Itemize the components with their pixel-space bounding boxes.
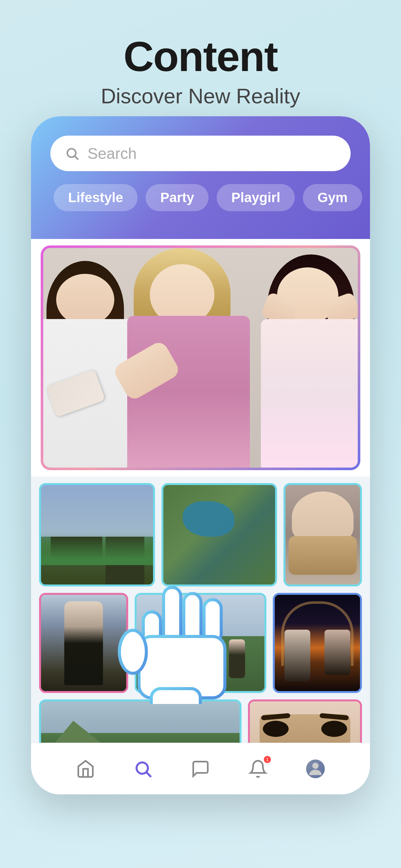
svg-point-17 (136, 763, 148, 774)
svg-point-15 (120, 630, 147, 673)
search-icon (63, 145, 81, 162)
gender-icon[interactable] (312, 141, 338, 166)
profile-icon (304, 757, 327, 780)
grid-item-man-dog[interactable] (283, 483, 362, 586)
hand-pointer (105, 581, 228, 704)
category-playgirl[interactable]: Playgirl (217, 184, 295, 211)
chat-icon (189, 757, 212, 780)
svg-point-0 (67, 149, 76, 157)
search-input[interactable]: Search (88, 145, 312, 162)
svg-rect-16 (151, 689, 201, 704)
photo-castle-bg (41, 485, 153, 585)
grid-item-castle[interactable] (39, 483, 155, 586)
page-title: Content (0, 32, 401, 81)
svg-line-18 (147, 772, 151, 777)
search-bar[interactable]: Search (50, 135, 351, 171)
photo-aerial-bg (163, 485, 275, 585)
svg-point-2 (324, 145, 331, 152)
grid-item-aerial[interactable] (161, 483, 277, 586)
page-header: Content Discover New Reality (0, 0, 401, 108)
grid-item-couple[interactable] (273, 593, 362, 693)
featured-image[interactable] (43, 248, 358, 468)
bottom-navigation: 1 (31, 743, 370, 795)
nav-home[interactable] (69, 757, 102, 780)
phone-header: Search Lifestyle P (31, 116, 370, 239)
svg-line-1 (75, 156, 78, 159)
nav-notifications[interactable]: 1 (242, 757, 274, 780)
svg-rect-10 (164, 587, 181, 643)
figure-right (261, 254, 358, 468)
home-icon (74, 757, 97, 780)
notification-badge: 1 (264, 756, 271, 763)
nav-chat[interactable] (184, 757, 217, 780)
page-subtitle: Discover New Reality (0, 84, 401, 108)
search-nav-icon (132, 757, 154, 780)
category-gym[interactable]: Gym (303, 184, 362, 211)
featured-image-border (41, 245, 360, 470)
grid-row-1 (39, 483, 362, 586)
photo-couple-bg (275, 595, 360, 691)
nav-profile[interactable] (299, 757, 332, 780)
nav-search[interactable] (127, 757, 159, 780)
figure-center (127, 248, 250, 468)
category-party[interactable]: Party (146, 184, 209, 211)
page-background: Content Discover New Reality Search (0, 0, 401, 108)
photo-man-dog-bg (285, 485, 360, 585)
svg-line-9 (324, 151, 327, 153)
category-lifestyle[interactable]: Lifestyle (54, 184, 137, 211)
featured-image-section (31, 239, 370, 476)
phone-mockup: Search Lifestyle P (31, 116, 370, 795)
svg-point-19 (312, 763, 318, 769)
categories-row: Lifestyle Party Playgirl Gym (50, 184, 351, 211)
phone-content: 1 (31, 239, 370, 795)
bell-icon: 1 (247, 757, 269, 780)
selfie-scene (43, 248, 358, 468)
